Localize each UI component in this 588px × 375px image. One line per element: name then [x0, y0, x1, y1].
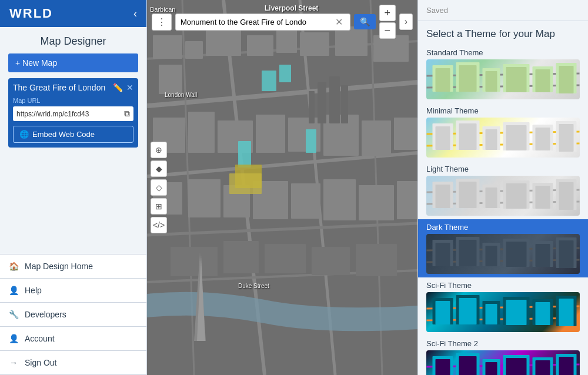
svg-rect-36 — [279, 65, 291, 82]
theme-name-scifi2: Sci-Fi Theme 2 — [426, 339, 580, 348]
svg-rect-125 — [559, 299, 574, 326]
svg-rect-45 — [171, 247, 218, 276]
theme-preview-minimal — [426, 118, 580, 158]
right-header-saved: Saved — [418, 0, 588, 21]
search-bar: ✕ — [175, 14, 350, 31]
theme-item-dark[interactable]: Dark Theme — [418, 219, 588, 277]
expand-button[interactable]: › — [399, 14, 413, 30]
svg-rect-38 — [306, 129, 316, 153]
zoom-controls: + − — [379, 5, 396, 39]
svg-rect-31 — [291, 183, 320, 219]
embed-web-code-button[interactable]: 🌐 Embed Web Code — [13, 126, 133, 143]
edit-icon[interactable]: ✏️ — [113, 83, 123, 92]
search-button[interactable]: 🔍 — [354, 14, 376, 29]
svg-rect-117 — [459, 298, 477, 324]
location-tool[interactable]: ⊕ — [151, 142, 167, 158]
logo: WRLD — [9, 6, 53, 21]
bottom-nav: 🏠 Map Design Home 👤 Help 🔧 Developers 👤 … — [0, 254, 146, 375]
map-center: ⋮ ✕ 🔍 + − › ⊕ ◆ ◇ ⊞ </> — [147, 0, 417, 375]
nav-item-signout[interactable]: → Sign Out — [0, 351, 146, 375]
theme-name-minimal: Minimal Theme — [426, 106, 580, 115]
svg-rect-105 — [486, 246, 497, 266]
svg-rect-115 — [436, 301, 450, 324]
svg-rect-97 — [559, 182, 574, 210]
svg-rect-133 — [486, 362, 497, 375]
svg-rect-95 — [536, 186, 550, 209]
collapse-button[interactable]: ‹ — [133, 8, 137, 20]
svg-rect-139 — [559, 357, 574, 375]
new-map-button[interactable]: + New Map — [8, 53, 138, 72]
svg-rect-137 — [536, 360, 550, 375]
logo-bar: WRLD ‹ — [0, 0, 146, 27]
svg-rect-49 — [356, 244, 397, 276]
theme-item-scifi[interactable]: Sci-Fi Theme — [418, 277, 588, 336]
zoom-out-button[interactable]: − — [379, 22, 396, 39]
menu-dots-button[interactable]: ⋮ — [152, 14, 172, 31]
point-tool[interactable]: ◇ — [151, 179, 167, 196]
map-url-row: ⧉ — [13, 106, 133, 121]
search-clear-icon[interactable]: ✕ — [335, 16, 343, 28]
svg-rect-107 — [506, 242, 527, 267]
nav-item-account[interactable]: 👤 Account — [0, 327, 146, 351]
map-card: The Great Fire of London ✏️ ✕ Map URL ⧉ … — [8, 78, 138, 148]
map-side-tools: ⊕ ◆ ◇ ⊞ </> — [151, 142, 167, 233]
svg-rect-81 — [536, 128, 550, 150]
svg-rect-59 — [436, 68, 450, 92]
svg-rect-40 — [329, 76, 340, 123]
svg-rect-135 — [506, 358, 527, 375]
zoom-in-button[interactable]: + — [379, 5, 396, 21]
svg-rect-73 — [436, 126, 450, 150]
svg-rect-44 — [229, 173, 262, 194]
nav-item-home[interactable]: 🏠 Map Design Home — [0, 255, 146, 279]
theme-item-light[interactable]: Light Theme — [418, 161, 588, 219]
theme-item-scifi2[interactable]: Sci-Fi Theme 2 — [418, 336, 588, 375]
map-visual[interactable]: Barbican Liverpool Street London Wall Du… — [147, 0, 417, 375]
theme-name-light: Light Theme — [426, 165, 580, 173]
svg-rect-111 — [559, 240, 574, 268]
map-url-label: Map URL — [13, 97, 133, 104]
theme-preview-scifi — [426, 292, 580, 332]
svg-rect-91 — [486, 188, 497, 208]
svg-rect-69 — [559, 66, 574, 93]
svg-rect-121 — [506, 300, 527, 325]
map-url-input[interactable] — [16, 110, 124, 118]
map-title: The Great Fire of London — [13, 83, 113, 92]
svg-rect-42 — [309, 91, 315, 123]
theme-name-scifi: Sci-Fi Theme — [426, 281, 580, 290]
svg-rect-67 — [536, 69, 550, 92]
copy-icon[interactable]: ⧉ — [124, 109, 130, 119]
left-sidebar: WRLD ‹ Map Designer + New Map The Great … — [0, 0, 147, 375]
theme-preview-light — [426, 176, 580, 216]
theme-item-minimal[interactable]: Minimal Theme — [418, 103, 588, 161]
svg-rect-87 — [436, 185, 450, 208]
svg-rect-41 — [341, 85, 348, 123]
svg-rect-39 — [318, 82, 326, 123]
theme-preview-dark — [426, 234, 580, 274]
nav-item-help[interactable]: 👤 Help — [0, 279, 146, 303]
svg-rect-131 — [459, 356, 477, 375]
code-tool[interactable]: </> — [151, 217, 167, 233]
nav-home-label: Map Design Home — [25, 262, 93, 271]
svg-rect-48 — [312, 247, 350, 275]
svg-rect-101 — [436, 243, 450, 266]
nav-item-developers[interactable]: 🔧 Developers — [0, 303, 146, 327]
right-sidebar: Saved Select a Theme for your Map Standa… — [417, 0, 588, 375]
theme-item-standard[interactable]: Standard Theme — [418, 45, 588, 103]
sidebar-title: Map Designer — [0, 27, 146, 53]
nav-help-label: Help — [25, 286, 42, 295]
search-input[interactable] — [181, 18, 335, 26]
svg-text:London Wall: London Wall — [165, 92, 197, 98]
svg-rect-33 — [359, 185, 394, 220]
close-icon[interactable]: ✕ — [126, 83, 133, 92]
theme-name-dark: Dark Theme — [426, 223, 580, 232]
embed-icon: 🌐 — [19, 130, 29, 139]
svg-rect-34 — [397, 181, 417, 219]
account-icon: 👤 — [8, 333, 19, 344]
svg-rect-89 — [459, 182, 477, 208]
map-card-header: The Great Fire of London ✏️ ✕ — [13, 83, 133, 92]
pin-tool[interactable]: ◆ — [151, 160, 167, 177]
grid-tool[interactable]: ⊞ — [151, 198, 167, 215]
map-card-actions: ✏️ ✕ — [113, 83, 133, 92]
svg-rect-12 — [185, 41, 203, 59]
svg-rect-83 — [559, 124, 574, 152]
